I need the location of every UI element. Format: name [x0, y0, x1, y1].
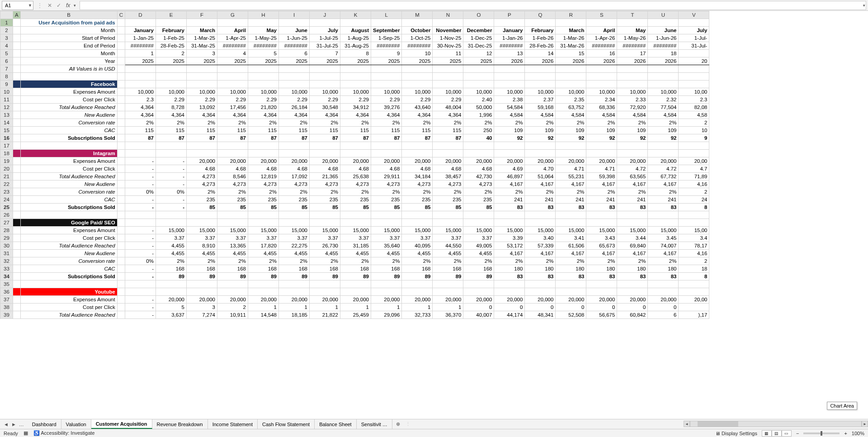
cell[interactable]: 20,000 [617, 296, 648, 304]
cell[interactable]: 4,167 [617, 180, 648, 188]
cell[interactable]: 53,172 [494, 242, 525, 250]
cell[interactable] [117, 142, 125, 150]
cell[interactable] [156, 280, 186, 288]
col-header[interactable]: E [156, 11, 186, 19]
col-header[interactable]: B [20, 11, 117, 19]
cell[interactable] [586, 288, 617, 296]
cell[interactable]: 4,584 [586, 111, 617, 119]
cell[interactable]: 115 [217, 127, 248, 134]
cell[interactable]: CAC [20, 127, 117, 134]
row-header[interactable]: 39 [0, 311, 13, 319]
cell[interactable]: 2025 [186, 57, 217, 65]
cell[interactable] [13, 150, 21, 157]
cell[interactable]: 2% [309, 257, 340, 265]
cell[interactable]: 4,455 [186, 250, 217, 257]
cell[interactable] [248, 280, 278, 288]
cell[interactable] [525, 288, 556, 296]
cell[interactable] [463, 19, 494, 27]
cell[interactable] [13, 96, 21, 104]
cell[interactable]: 85 [463, 204, 494, 211]
cell[interactable]: 180 [494, 265, 525, 273]
cell[interactable] [278, 280, 309, 288]
cell[interactable] [648, 65, 679, 73]
cell[interactable]: 4,364 [309, 111, 340, 119]
cell[interactable]: 72,920 [617, 104, 648, 111]
cell[interactable]: 55,231 [556, 173, 586, 180]
cell[interactable]: 235 [402, 196, 433, 204]
cell[interactable]: 8,910 [186, 242, 217, 250]
cell[interactable] [525, 19, 556, 27]
cell[interactable] [156, 150, 186, 157]
cell[interactable]: Total Audience Reached [20, 311, 117, 319]
col-header[interactable]: O [463, 11, 494, 19]
cell[interactable] [402, 211, 433, 219]
cell[interactable] [340, 219, 371, 227]
cell[interactable]: 20,000 [494, 296, 525, 304]
cell[interactable]: ######## [217, 42, 248, 50]
cell[interactable]: Year [20, 57, 117, 65]
cell[interactable]: 89 [278, 273, 309, 280]
cell[interactable] [217, 73, 248, 81]
cell[interactable]: 15,000 [556, 227, 586, 234]
cell[interactable] [13, 104, 21, 111]
cell[interactable]: 20,000 [494, 157, 525, 165]
cell[interactable]: 3.37 [248, 234, 278, 242]
cell[interactable] [117, 211, 125, 219]
cell[interactable]: 89 [340, 273, 371, 280]
cell[interactable] [217, 65, 248, 73]
cell[interactable]: 4,455 [217, 250, 248, 257]
cell[interactable]: 10,000 [617, 88, 648, 96]
row-header[interactable]: 36 [0, 288, 13, 296]
cell[interactable] [248, 73, 278, 81]
cell[interactable]: 3 [186, 304, 217, 311]
cell[interactable]: 31-Mar-25 [186, 42, 217, 50]
cell[interactable] [13, 111, 21, 119]
row-header[interactable]: 29 [0, 234, 13, 242]
cell[interactable] [309, 280, 340, 288]
cell[interactable]: 1 [125, 50, 156, 57]
cell[interactable]: 20,000 [371, 296, 401, 304]
cell[interactable]: 1-Mar-26 [556, 34, 586, 42]
cell[interactable]: 8,728 [156, 104, 186, 111]
cell[interactable] [217, 81, 248, 88]
cell[interactable] [309, 219, 340, 227]
cell[interactable] [117, 288, 125, 296]
tab-next-icon[interactable]: ► [11, 422, 16, 427]
cell[interactable]: 2% [278, 188, 309, 196]
cell[interactable]: 2.29 [371, 96, 401, 104]
cell[interactable] [117, 250, 125, 257]
col-header[interactable]: L [371, 11, 401, 19]
cell[interactable]: 15,00 [679, 227, 709, 234]
sheet-tab[interactable]: Income Statement [208, 419, 258, 429]
cell[interactable]: June [278, 27, 309, 34]
cell[interactable]: ######## [248, 42, 278, 50]
cell[interactable]: 1,996 [463, 111, 494, 119]
cell[interactable]: 1-Mar-25 [186, 34, 217, 42]
cell[interactable]: 20,000 [217, 296, 248, 304]
expand-formula-icon[interactable]: ▾ [863, 3, 865, 8]
row-header[interactable]: 35 [0, 280, 13, 288]
cell[interactable]: 4,364 [125, 104, 156, 111]
cell[interactable]: March [186, 27, 217, 34]
cell[interactable]: 1-Jan-25 [125, 34, 156, 42]
display-settings[interactable]: 🖥 Display Settings [715, 431, 757, 436]
cell[interactable] [20, 280, 117, 288]
cell[interactable] [156, 73, 186, 81]
cell[interactable] [217, 142, 248, 150]
cell[interactable]: 20,000 [648, 296, 679, 304]
cell[interactable]: 0% [125, 188, 156, 196]
cell[interactable]: 1 [371, 304, 401, 311]
cell[interactable] [278, 19, 309, 27]
cell[interactable]: 15,000 [248, 227, 278, 234]
cell[interactable]: 2% [494, 119, 525, 127]
cell[interactable] [13, 73, 21, 81]
cell[interactable] [586, 219, 617, 227]
cell[interactable]: 1-Jun-25 [278, 34, 309, 42]
cell[interactable]: 180 [648, 265, 679, 273]
cell[interactable]: 3.39 [494, 234, 525, 242]
cell[interactable]: 21,822 [309, 311, 340, 319]
cell[interactable] [433, 219, 463, 227]
row-header[interactable]: 22 [0, 180, 13, 188]
cell[interactable]: 10,000 [556, 88, 586, 96]
cell[interactable]: 83 [617, 273, 648, 280]
